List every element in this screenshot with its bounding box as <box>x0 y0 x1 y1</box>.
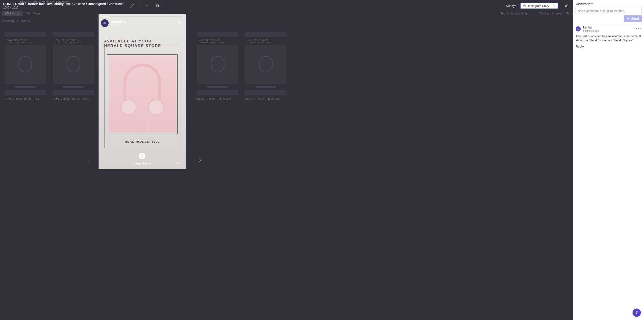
product-image <box>109 56 176 133</box>
story-inner-frame <box>107 54 178 134</box>
share-button[interactable] <box>154 3 161 9</box>
more-dots-icon: ••• <box>636 27 641 31</box>
dim-format-chip: Instagram Story <box>552 12 573 15</box>
story-progress-bar <box>102 17 182 17</box>
comment-actions-button[interactable]: ••• <box>636 27 641 31</box>
product-label: HEADPHONES: $300 <box>105 140 180 143</box>
svg-rect-0 <box>156 5 158 7</box>
asset-dimensions: 1080 x 1920 <box>3 6 125 10</box>
dim-card: AVAILABLE AT YOURHERALD SQUARE STORE DON… <box>197 32 238 101</box>
close-icon <box>178 20 182 25</box>
next-asset-button[interactable] <box>195 156 204 165</box>
svg-marker-4 <box>103 22 105 24</box>
share-icon <box>156 4 160 8</box>
send-label: Send <box>631 17 639 21</box>
toolbar-separator <box>140 2 140 10</box>
comment-header: L Lenka 5 minutes ago ••• <box>576 26 641 32</box>
prev-asset-button[interactable] <box>85 156 94 165</box>
send-button[interactable]: Send <box>624 15 642 22</box>
svg-point-1 <box>524 5 526 7</box>
pencil-icon <box>130 4 134 8</box>
dim-grid: AVAILABLE AT YOURHERALD SQUARE STORE DON… <box>4 32 568 101</box>
swipe-up-button[interactable] <box>139 153 145 159</box>
overlays-value: Instagram Story <box>528 4 549 8</box>
help-icon: ? <box>636 310 638 315</box>
overlay-toolbar: DONE / Retail / Border: local availabili… <box>0 0 573 12</box>
svg-point-2 <box>524 5 525 6</box>
send-row: Send <box>573 15 644 24</box>
headline-line1: AVAILABLE AT YOUR <box>104 39 152 43</box>
headphones-illustration <box>109 56 176 133</box>
comments-heading: Comments <box>573 0 644 7</box>
chevron-down-icon <box>553 4 556 7</box>
logo-icon <box>102 21 107 26</box>
dim-selected-count: 1/5 Selected <box>2 11 24 16</box>
edit-button[interactable] <box>129 3 136 9</box>
story-more-button[interactable]: ••• <box>176 161 182 165</box>
chevron-right-icon <box>198 157 202 163</box>
help-button[interactable]: ? <box>632 308 641 317</box>
story-header: Smartly.io Sponsored <box>101 19 183 27</box>
comment-body: This particular video has an incorrect s… <box>576 34 641 43</box>
close-icon <box>564 4 568 8</box>
dim-sort-label: Sort: Name (default) <box>500 12 527 15</box>
comment-time: 5 minutes ago <box>583 29 599 32</box>
close-overlay-button[interactable] <box>562 2 570 10</box>
toolbar-separator <box>165 2 165 10</box>
comment-input[interactable]: Add a comment. Use @ to mention. <box>575 7 642 14</box>
comment-avatar: L <box>576 26 581 32</box>
chevron-up-icon <box>140 154 144 158</box>
story-frame: HEADPHONES: $300 <box>104 45 180 148</box>
comment-thread: L Lenka 5 minutes ago ••• This particula… <box>573 24 644 51</box>
cta-label[interactable]: Learn More <box>98 161 186 165</box>
title-block: DONE / Retail / Border: local availabili… <box>3 2 125 10</box>
target-icon <box>523 4 526 7</box>
comment-author: Lenka <box>583 26 599 29</box>
comments-panel: Comments Add a comment. Use @ to mention… <box>573 0 644 320</box>
more-dots-icon: ••• <box>176 161 182 165</box>
reply-button[interactable]: Reply <box>576 45 641 51</box>
preview-area: DONE / Retail / Border: local availabili… <box>0 0 573 320</box>
brand-block: Smartly.io Sponsored <box>111 20 126 27</box>
dim-overlay-chip: Overlay <box>539 12 549 15</box>
asset-title: DONE / Retail / Border: local availabili… <box>3 2 125 6</box>
dim-card: AVAILABLE AT YOURHERALD SQUARE STORE DON… <box>245 32 286 101</box>
dim-status-line: Showing 5 / 5 videos <box>2 19 30 23</box>
sponsored-label: Sponsored <box>111 24 126 27</box>
story-preview: Smartly.io Sponsored AVAILABLE AT YOUR H… <box>98 14 186 169</box>
brand-name: Smartly.io <box>111 20 126 24</box>
overlays-select[interactable]: Instagram Story <box>520 3 558 9</box>
download-icon <box>145 4 149 8</box>
chevron-left-icon <box>87 157 92 163</box>
story-close-button[interactable] <box>176 19 183 27</box>
overlays-label: Overlays <box>504 4 516 8</box>
comment-meta: Lenka 5 minutes ago <box>583 26 599 32</box>
dim-card: AVAILABLE AT YOURHERALD SQUARE STORE DON… <box>4 32 46 101</box>
send-icon <box>626 17 630 20</box>
brand-avatar <box>101 19 109 27</box>
dim-card: AVAILABLE AT YOURHERALD SQUARE STORE DON… <box>53 32 94 101</box>
download-button[interactable] <box>144 3 150 9</box>
dim-view-filters: View filters <box>26 12 40 15</box>
